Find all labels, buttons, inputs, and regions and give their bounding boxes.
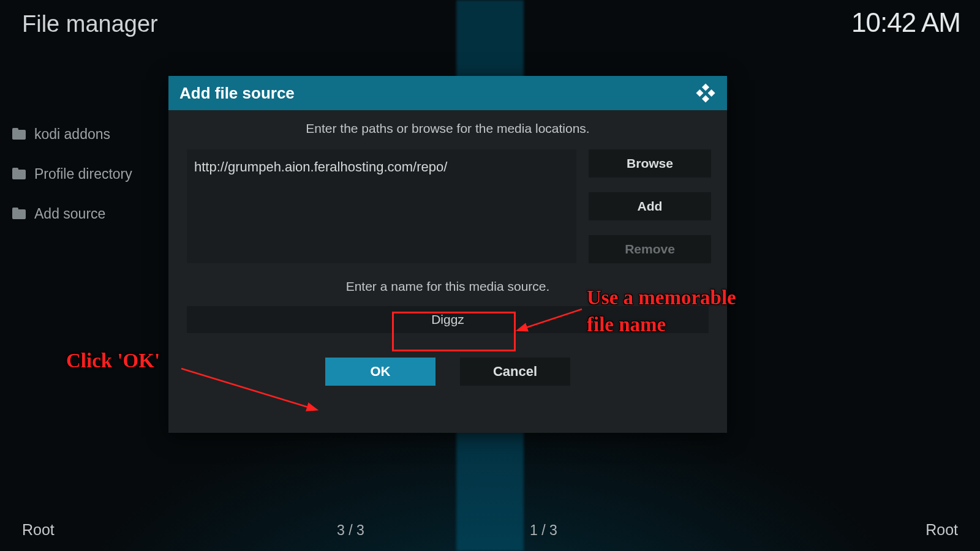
list-item-label: Profile directory — [34, 166, 132, 182]
clock: 10:42 AM — [851, 7, 960, 38]
svg-rect-2 — [708, 89, 715, 97]
path-buttons: Browse Add Remove — [589, 149, 711, 263]
svg-rect-3 — [702, 96, 709, 103]
kodi-screen: File manager 10:42 AM kodi addons Profil… — [0, 0, 980, 551]
dialog-title: Add file source — [179, 84, 295, 103]
svg-rect-0 — [702, 83, 709, 91]
status-left-root: Root — [22, 521, 55, 539]
kodi-logo-icon — [695, 83, 716, 103]
paths-row: http://grumpeh.aion.feralhosting.com/rep… — [168, 136, 727, 263]
list-item[interactable]: kodi addons — [12, 121, 165, 148]
add-file-source-dialog: Add file source Enter the paths or brows… — [168, 76, 727, 433]
list-item-label: kodi addons — [34, 126, 110, 143]
ok-button[interactable]: OK — [325, 358, 435, 386]
list-item[interactable]: Add source — [12, 201, 165, 227]
annotation-click-ok: Click 'OK' — [66, 348, 160, 373]
annotation-memorable-line1: Use a memorable — [587, 285, 736, 310]
remove-path-button: Remove — [589, 235, 711, 263]
folder-icon — [12, 209, 26, 219]
paths-instruction: Enter the paths or browse for the media … — [168, 121, 727, 136]
list-item-label: Add source — [34, 206, 105, 222]
page-title: File manager — [22, 11, 158, 37]
cancel-button[interactable]: Cancel — [460, 358, 570, 386]
add-path-button[interactable]: Add — [589, 192, 711, 220]
folder-icon — [12, 170, 26, 179]
file-source-list-left: kodi addons Profile directory Add source — [12, 121, 165, 241]
svg-rect-1 — [696, 89, 703, 97]
path-input[interactable]: http://grumpeh.aion.feralhosting.com/rep… — [187, 149, 576, 263]
browse-button[interactable]: Browse — [589, 149, 711, 178]
dialog-titlebar: Add file source — [168, 76, 727, 110]
status-right-root: Root — [925, 521, 958, 539]
annotation-memorable-line2: file name — [587, 312, 666, 337]
dialog-footer-buttons: OK Cancel — [168, 358, 727, 386]
dialog-body: Enter the paths or browse for the media … — [168, 121, 727, 444]
folder-icon — [12, 130, 26, 140]
status-left-count: 3 / 3 — [337, 522, 364, 539]
status-right-count: 1 / 3 — [530, 522, 557, 539]
list-item[interactable]: Profile directory — [12, 161, 165, 187]
